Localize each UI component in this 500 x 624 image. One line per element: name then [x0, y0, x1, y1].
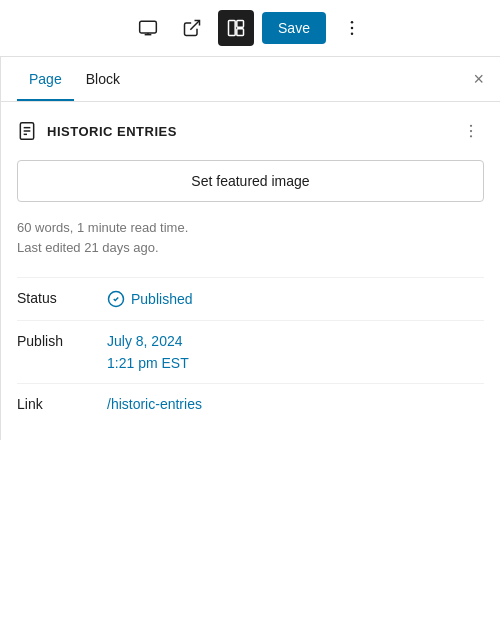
meta-info: 60 words, 1 minute read time. Last edite…: [17, 218, 484, 257]
post-header: HISTORIC ENTRIES: [17, 118, 484, 144]
sidebar-tabs: Page Block ×: [1, 57, 500, 102]
svg-line-3: [190, 21, 199, 30]
sidebar-panel: Page Block × HISTORIC ENTRIES: [0, 57, 500, 440]
status-row: Status Published: [17, 277, 484, 320]
post-link[interactable]: /historic-entries: [107, 396, 202, 412]
status-label: Status: [17, 290, 107, 306]
svg-rect-4: [229, 21, 236, 36]
tab-block[interactable]: Block: [74, 57, 132, 101]
check-circle-icon: [107, 290, 125, 308]
close-sidebar-button[interactable]: ×: [469, 65, 488, 94]
tab-page[interactable]: Page: [17, 57, 74, 101]
layout-panel-button[interactable]: [218, 10, 254, 46]
publish-row: Publish July 8, 2024 1:21 pm EST: [17, 320, 484, 383]
publish-value[interactable]: July 8, 2024 1:21 pm EST: [107, 333, 189, 371]
last-edited: Last edited 21 days ago.: [17, 238, 484, 258]
toolbar-icons: Save: [130, 10, 370, 46]
more-options-button[interactable]: [334, 10, 370, 46]
external-link-button[interactable]: [174, 10, 210, 46]
word-count: 60 words, 1 minute read time.: [17, 218, 484, 238]
desktop-view-button[interactable]: [130, 10, 166, 46]
status-value[interactable]: Published: [107, 290, 193, 308]
toolbar: Save: [0, 0, 500, 57]
publish-label: Publish: [17, 333, 107, 349]
svg-rect-0: [140, 21, 157, 33]
panel-content: HISTORIC ENTRIES Set featured image 60 w…: [1, 102, 500, 440]
link-row: Link /historic-entries: [17, 383, 484, 424]
document-icon: [17, 121, 37, 141]
link-label: Link: [17, 396, 107, 412]
post-more-options-button[interactable]: [458, 118, 484, 144]
publish-time: 1:21 pm EST: [107, 355, 189, 371]
svg-rect-5: [237, 21, 244, 28]
svg-rect-6: [237, 29, 244, 36]
svg-point-16: [470, 135, 472, 137]
post-title: HISTORIC ENTRIES: [47, 124, 177, 139]
set-featured-image-button[interactable]: Set featured image: [17, 160, 484, 202]
svg-point-9: [351, 33, 354, 36]
status-text: Published: [131, 291, 193, 307]
post-title-row: HISTORIC ENTRIES: [17, 121, 177, 141]
save-button[interactable]: Save: [262, 12, 326, 44]
svg-point-14: [470, 125, 472, 127]
svg-point-8: [351, 27, 354, 30]
svg-point-15: [470, 130, 472, 132]
svg-point-7: [351, 21, 354, 24]
publish-date: July 8, 2024: [107, 333, 183, 349]
